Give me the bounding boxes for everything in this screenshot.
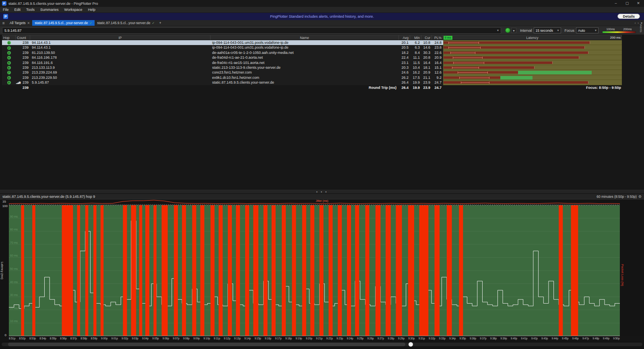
jitter-strip[interactable]: 35 Jitter (ms) — [0, 199, 644, 205]
time-tick-label: 9:31p — [419, 336, 425, 341]
table-row[interactable]: 6239213.133.113.9static.213-133-113-9.cl… — [2, 65, 622, 70]
hop-avg: 24.6 — [399, 70, 410, 75]
minimize-button[interactable]: – — [610, 0, 621, 7]
hop-ip: 213.133.113.9 — [30, 65, 211, 70]
panel-splitter[interactable]: ● ● ● — [0, 190, 644, 194]
time-tick-label: 9:15p — [254, 336, 261, 341]
hop-ip: 5.9.145.87 — [30, 80, 211, 85]
table-row[interactable]: 7239213.239.224.69core23.fsn1.hetzner.co… — [2, 70, 622, 75]
svg-text:90 ms: 90 ms — [10, 215, 18, 218]
latency-bar — [443, 80, 622, 85]
hop-cur: 18.1 — [421, 65, 432, 70]
hop-number-badge: 1 — [7, 41, 11, 45]
target-tab[interactable]: static.87.145.9.5.cl...your-server.de✓ — [95, 20, 157, 26]
timeline-scroll-thumb[interactable] — [409, 342, 413, 347]
col-hop[interactable]: Hop — [2, 35, 16, 40]
time-tick-label: 9:37p — [480, 336, 486, 341]
target-tab[interactable]: static.87.145.9.5.cl...your-server.de✓ — [32, 20, 95, 26]
col-latency[interactable]: 0 ms Latency 200 ms — [443, 35, 622, 40]
focus-select[interactable]: Auto ▾ — [576, 27, 599, 33]
time-tick-label: 9:36p — [470, 336, 476, 341]
y-min-label: 0 — [5, 333, 6, 337]
timeline-range-label: 60 minutes (8:50p - 9:50p) — [597, 195, 637, 199]
table-body: 123894.114.43.1ip-094-114-043-001.um31.p… — [0, 40, 644, 85]
hop-cur: 16.4 — [421, 60, 432, 65]
interval-select[interactable]: 15 seconds ▾ — [534, 27, 561, 33]
time-tick-label: 8:52p — [19, 336, 25, 341]
menu-tools[interactable]: Tools — [23, 7, 37, 13]
col-latency-label: Latency — [526, 36, 539, 40]
col-min[interactable]: Min — [410, 35, 421, 40]
col-pl[interactable]: PL% — [432, 35, 443, 40]
hop-cur: 14.6 — [421, 45, 432, 50]
tab-bar: ≡ All Targets ✕ static.87.145.9.5.cl...y… — [0, 20, 644, 26]
time-tick-label: 9:29p — [398, 336, 405, 341]
target-input[interactable]: 5.9.145.87 ▾ — [2, 27, 501, 34]
trace-options-icon[interactable]: ▾ — [511, 28, 516, 33]
hop-avg: 18.2 — [399, 50, 410, 55]
col-name[interactable]: Name — [211, 35, 399, 40]
y-max-label: 100 — [2, 204, 8, 208]
new-tab-button[interactable]: + — [157, 20, 163, 26]
table-row[interactable]: 223994.114.43.1ip-094-114-043-001.um31.p… — [2, 45, 622, 50]
target-value: 5.9.145.87 — [4, 29, 22, 33]
col-avg[interactable]: Avg — [399, 35, 410, 40]
hop-avg: 20.3 — [399, 65, 410, 70]
close-tab-icon[interactable]: ✕ — [27, 21, 30, 25]
alerts-side-tab[interactable]: Alerts — [639, 24, 643, 32]
col-cur[interactable]: Cur — [421, 35, 432, 40]
table-row[interactable]: 123894.114.43.1ip-094-114-043-001.um31.p… — [2, 40, 622, 45]
menu-summaries[interactable]: Summaries — [37, 7, 62, 13]
menu-file[interactable]: File — [0, 7, 12, 13]
time-tick-label: 9:42p — [531, 336, 538, 341]
count-cell: 239 — [16, 70, 30, 75]
table-row[interactable]: 323981.210.139.50de-aah01a-cr05-te-1-2-0… — [2, 50, 622, 55]
hop-ip: 94.114.43.1 — [30, 40, 211, 45]
hop-ip: 213.239.224.69 — [30, 70, 211, 75]
time-tick-label: 9:05p — [152, 336, 159, 341]
hop-cur: 10.8 — [421, 40, 432, 45]
chevron-right-icon[interactable]: › — [638, 21, 639, 25]
tab-all-targets[interactable]: All Targets ✕ — [7, 20, 32, 26]
timeline-graph-svg[interactable]: 10 ms20 ms30 ms40 ms50 ms60 ms70 ms80 ms… — [9, 205, 620, 336]
latency-scale-min: 0 ms — [444, 36, 452, 40]
table-row[interactable]: 8239213.239.229.50ex9k1.dc10.fsn1.hetzne… — [2, 75, 622, 80]
hop-min: 6.2 — [410, 40, 421, 45]
trace-state-button[interactable] — [505, 28, 510, 33]
y-axis-gutter: 100 Latency (ms) 0 — [0, 205, 9, 336]
time-tick-label: 9:32p — [429, 336, 435, 341]
time-tick-label: 9:26p — [367, 336, 374, 341]
hamburger-icon[interactable]: ≡ — [0, 20, 7, 26]
col-count[interactable]: Count — [16, 35, 30, 40]
hop-name: core23.fsn1.hetzner.com — [211, 70, 399, 75]
menu-help[interactable]: Help — [85, 7, 98, 13]
table-row[interactable]: 9▂▄▆2395.9.145.87static.87.145.9.5.clien… — [2, 80, 622, 85]
close-button[interactable]: ✕ — [633, 0, 644, 7]
table-row[interactable]: 423984.116.196.178de-fra04d-rc1-ae-21-0.… — [2, 55, 622, 60]
table-row[interactable]: 523984.116.191.6de-fra04c-ri1-ae15-101.a… — [2, 60, 622, 65]
check-icon: ✓ — [90, 21, 93, 25]
hop-number-badge: 5 — [7, 61, 11, 65]
menu-edit[interactable]: Edit — [12, 7, 24, 13]
hop-name: static.213-133-113-9.clients.your-server… — [211, 65, 399, 70]
focus-range-text: Focus: 8:50p - 9:50p — [443, 85, 622, 90]
col-ip[interactable]: IP — [30, 35, 211, 40]
tab-strip: static.87.145.9.5.cl...your-server.de✓st… — [32, 20, 157, 26]
chevron-left-icon[interactable]: ‹ — [635, 21, 636, 25]
time-tick-label: 9:17p — [275, 336, 281, 341]
focus-value: Auto — [578, 29, 585, 33]
target-dropdown-icon[interactable]: ▾ — [497, 29, 499, 32]
gear-icon[interactable]: ⚙ — [638, 195, 642, 199]
round-trip-cur: 23.9 — [421, 85, 432, 90]
time-tick-label: 9:50p — [613, 336, 619, 341]
timeline-scrollbar[interactable] — [2, 343, 642, 346]
time-tick-label: 9:11p — [214, 336, 220, 341]
hop-cur: 23.9 — [421, 80, 432, 85]
hop-avg: 26.4 — [399, 80, 410, 85]
banner-text: PingPlotter Standard includes alerts, un… — [270, 14, 374, 18]
details-button[interactable]: Details — [617, 14, 640, 19]
maximize-button[interactable]: ▢ — [621, 0, 633, 7]
time-tick-label: 9:08p — [183, 336, 190, 341]
menu-workspace[interactable]: Workspace — [62, 7, 85, 13]
hop-name: ip-094-114-043-001.um31.pools.vodafone-i… — [211, 40, 399, 45]
